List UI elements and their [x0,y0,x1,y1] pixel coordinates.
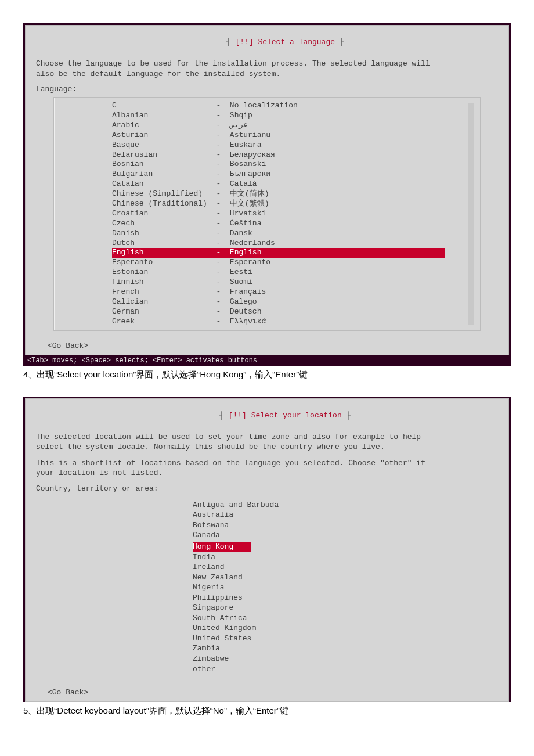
location-option[interactable]: Hong Kong [193,542,251,552]
language-option[interactable]: Belarusian - Беларуская [112,150,445,160]
language-option[interactable]: Bulgarian - Български [112,170,445,179]
language-option[interactable]: Basque - Euskara [112,141,445,150]
language-option[interactable]: English - English [112,248,445,258]
language-option[interactable]: Croatian - Hrvatski [112,209,445,219]
caption-step-4: 4、出现“Select your location”界面，默认选择“Hong K… [23,369,511,380]
language-option[interactable]: Finnish - Suomi [112,278,445,287]
scrollbar[interactable] [468,103,474,324]
location-option[interactable]: Nigeria [193,582,481,593]
title-rule-right: ├ [342,411,351,420]
language-option[interactable]: Chinese (Traditional) - 中文(繁體) [112,199,445,209]
location-option[interactable]: United Kingdom [193,623,481,633]
language-option[interactable]: Greek - Ελληνικά [112,317,445,327]
location-option[interactable]: United States [193,633,481,644]
language-option[interactable]: Albanian - Shqip [112,111,445,121]
language-option[interactable]: Bosnian - Bosanski [112,160,445,170]
language-option[interactable]: German - Deutsch [112,307,445,317]
location-option[interactable]: South Africa [193,613,481,624]
dialog-instructions-2: This is a shortlist of locations based o… [36,458,498,478]
screenshot-select-language: ┤ [!!] Select a language ├ Choose the la… [23,23,511,366]
dialog-title: [!!] Select your location [229,411,342,420]
language-option[interactable]: C - No localization [112,101,445,111]
language-option[interactable]: Dutch - Nederlands [112,239,445,249]
dialog-instructions: Choose the language to be used for the i… [36,59,498,79]
language-option[interactable]: Chinese (Simplified) - 中文(简体) [112,189,445,199]
location-option[interactable]: Canada [193,530,481,541]
location-label: Country, territory or area: [36,484,498,493]
title-rule-left: ┤ [226,38,236,46]
location-option[interactable]: Zambia [193,643,481,654]
location-option[interactable]: India [193,552,481,563]
dialog-title-row: ┤ [!!] Select your location ├ [36,402,498,429]
location-option[interactable]: other [193,664,481,675]
title-rule-left: ┤ [219,411,229,420]
caption-step-5: 5、出现“Detect keyboard layout”界面，默认选择“No”，… [23,705,511,717]
dialog-select-language: ┤ [!!] Select a language ├ Choose the la… [25,25,509,355]
language-option[interactable]: Estonian - Eesti [112,268,445,278]
language-list[interactable]: C - No localizationAlbanian - ShqipArabi… [54,100,480,327]
language-option[interactable]: Danish - Dansk [112,229,445,239]
dialog-title-row: ┤ [!!] Select a language ├ [36,29,498,55]
dialog-instructions-1: The selected location will be used to se… [36,432,498,452]
location-list[interactable]: Antigua and BarbudaAustraliaBotswanaCana… [53,499,481,675]
language-option[interactable]: French - Français [112,287,445,297]
language-option[interactable]: Arabic - عربي [112,121,445,131]
language-option[interactable]: Czech - Čeština [112,219,445,229]
document-page: ┤ [!!] Select a language ├ Choose the la… [0,0,534,756]
footer-hint: <Tab> moves; <Space> selects; <Enter> ac… [25,355,509,366]
location-option[interactable]: Ireland [193,562,481,573]
location-option[interactable]: Singapore [193,603,481,613]
title-rule-right: ├ [335,38,344,46]
location-list-box: Antigua and BarbudaAustraliaBotswanaCana… [53,496,481,678]
language-option[interactable]: Galician - Galego [112,297,445,307]
language-option[interactable]: Asturian - Asturianu [112,131,445,141]
dialog-title: [!!] Select a language [235,38,335,46]
go-back-button[interactable]: <Go Back> [48,341,498,350]
language-option[interactable]: Esperanto - Esperanto [112,258,445,268]
location-option[interactable]: Antigua and Barbuda [193,500,481,510]
dialog-select-location: ┤ [!!] Select your location ├ The select… [25,398,509,702]
language-option[interactable]: Catalan - Català [112,179,445,189]
language-label: Language: [36,85,498,93]
language-list-box: C - No localizationAlbanian - ShqipArabi… [53,97,481,330]
go-back-button[interactable]: <Go Back> [48,688,498,697]
location-option[interactable]: New Zealand [193,573,481,583]
location-option[interactable]: Botswana [193,520,481,531]
screenshot-select-location: ┤ [!!] Select your location ├ The select… [23,397,511,702]
location-option[interactable]: Australia [193,510,481,520]
location-option[interactable]: Philippines [193,593,481,603]
location-option[interactable]: Zimbabwe [193,654,481,664]
